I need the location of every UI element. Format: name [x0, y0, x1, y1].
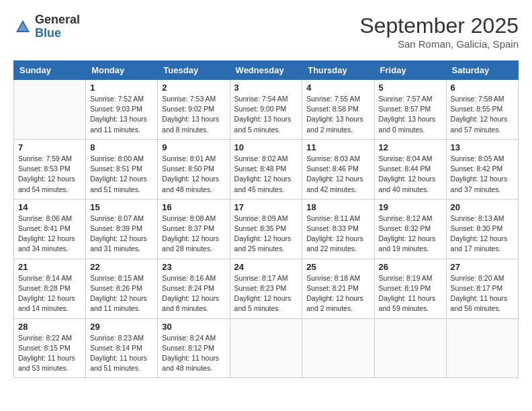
day-info: Sunrise: 8:18 AM Sunset: 8:21 PM Dayligh… [306, 273, 369, 314]
day-cell: 20Sunrise: 8:13 AM Sunset: 8:30 PM Dayli… [446, 199, 518, 259]
day-cell: 25Sunrise: 8:18 AM Sunset: 8:21 PM Dayli… [302, 259, 374, 318]
day-info: Sunrise: 8:00 AM Sunset: 8:51 PM Dayligh… [90, 154, 153, 195]
day-number: 4 [306, 83, 369, 93]
day-number: 3 [234, 83, 298, 93]
day-info: Sunrise: 7:52 AM Sunset: 9:03 PM Dayligh… [90, 94, 153, 135]
week-row-4: 21Sunrise: 8:14 AM Sunset: 8:28 PM Dayli… [14, 259, 519, 318]
day-cell: 13Sunrise: 8:05 AM Sunset: 8:42 PM Dayli… [446, 139, 518, 199]
day-cell [374, 318, 446, 378]
day-cell [230, 318, 302, 378]
day-number: 17 [234, 202, 298, 212]
day-number: 7 [18, 142, 81, 152]
day-cell: 28Sunrise: 8:22 AM Sunset: 8:15 PM Dayli… [14, 318, 86, 378]
day-number: 11 [306, 142, 369, 152]
day-cell: 10Sunrise: 8:02 AM Sunset: 8:48 PM Dayli… [230, 139, 302, 199]
day-cell: 30Sunrise: 8:24 AM Sunset: 8:12 PM Dayli… [158, 318, 230, 378]
day-info: Sunrise: 8:14 AM Sunset: 8:28 PM Dayligh… [18, 273, 81, 314]
logo-general-text: General [35, 13, 80, 27]
day-cell: 9Sunrise: 8:01 AM Sunset: 8:50 PM Daylig… [158, 139, 230, 199]
day-cell: 8Sunrise: 8:00 AM Sunset: 8:51 PM Daylig… [86, 139, 158, 199]
day-info: Sunrise: 8:02 AM Sunset: 8:48 PM Dayligh… [234, 154, 298, 195]
column-header-thursday: Thursday [302, 61, 374, 80]
day-cell: 18Sunrise: 8:11 AM Sunset: 8:33 PM Dayli… [302, 199, 374, 259]
logo: General Blue [13, 13, 80, 40]
day-cell: 23Sunrise: 8:16 AM Sunset: 8:24 PM Dayli… [158, 259, 230, 318]
day-number: 5 [379, 83, 442, 93]
day-info: Sunrise: 7:53 AM Sunset: 9:02 PM Dayligh… [162, 94, 225, 135]
day-cell: 3Sunrise: 7:54 AM Sunset: 9:00 PM Daylig… [230, 80, 302, 140]
day-info: Sunrise: 8:13 AM Sunset: 8:30 PM Dayligh… [451, 214, 514, 255]
column-header-wednesday: Wednesday [230, 61, 302, 80]
day-info: Sunrise: 8:24 AM Sunset: 8:12 PM Dayligh… [162, 333, 225, 374]
day-cell [446, 318, 518, 378]
day-cell: 11Sunrise: 8:03 AM Sunset: 8:46 PM Dayli… [302, 139, 374, 199]
day-cell: 15Sunrise: 8:07 AM Sunset: 8:39 PM Dayli… [86, 199, 158, 259]
day-info: Sunrise: 8:20 AM Sunset: 8:17 PM Dayligh… [451, 273, 514, 314]
calendar-table: SundayMondayTuesdayWednesdayThursdayFrid… [13, 60, 519, 378]
day-number: 21 [18, 262, 81, 272]
day-info: Sunrise: 8:04 AM Sunset: 8:44 PM Dayligh… [379, 154, 442, 195]
day-number: 16 [162, 202, 225, 212]
column-header-monday: Monday [86, 61, 158, 80]
column-header-sunday: Sunday [14, 61, 86, 80]
day-cell: 17Sunrise: 8:09 AM Sunset: 8:35 PM Dayli… [230, 199, 302, 259]
logo-blue-text: Blue [35, 27, 80, 40]
day-number: 19 [379, 202, 442, 212]
day-cell: 12Sunrise: 8:04 AM Sunset: 8:44 PM Dayli… [374, 139, 446, 199]
day-number: 12 [379, 142, 442, 152]
day-number: 22 [90, 262, 153, 272]
day-info: Sunrise: 8:11 AM Sunset: 8:33 PM Dayligh… [306, 214, 369, 255]
month-title: September 2025 [359, 13, 519, 38]
day-cell [14, 80, 86, 140]
week-row-2: 7Sunrise: 7:59 AM Sunset: 8:53 PM Daylig… [14, 139, 519, 199]
day-info: Sunrise: 8:16 AM Sunset: 8:24 PM Dayligh… [162, 273, 225, 314]
day-info: Sunrise: 8:09 AM Sunset: 8:35 PM Dayligh… [234, 214, 298, 255]
day-info: Sunrise: 8:15 AM Sunset: 8:26 PM Dayligh… [90, 273, 153, 314]
day-cell: 2Sunrise: 7:53 AM Sunset: 9:02 PM Daylig… [158, 80, 230, 140]
day-cell: 14Sunrise: 8:06 AM Sunset: 8:41 PM Dayli… [14, 199, 86, 259]
day-number: 2 [162, 83, 225, 93]
day-number: 14 [18, 202, 81, 212]
day-cell: 16Sunrise: 8:08 AM Sunset: 8:37 PM Dayli… [158, 199, 230, 259]
day-info: Sunrise: 8:12 AM Sunset: 8:32 PM Dayligh… [379, 214, 442, 255]
day-cell: 21Sunrise: 8:14 AM Sunset: 8:28 PM Dayli… [14, 259, 86, 318]
day-number: 29 [90, 322, 153, 332]
day-cell: 6Sunrise: 7:58 AM Sunset: 8:55 PM Daylig… [446, 80, 518, 140]
day-info: Sunrise: 7:58 AM Sunset: 8:55 PM Dayligh… [451, 94, 514, 135]
day-cell [302, 318, 374, 378]
day-cell: 22Sunrise: 8:15 AM Sunset: 8:26 PM Dayli… [86, 259, 158, 318]
day-info: Sunrise: 7:55 AM Sunset: 8:58 PM Dayligh… [306, 94, 369, 135]
day-info: Sunrise: 8:05 AM Sunset: 8:42 PM Dayligh… [451, 154, 514, 195]
day-cell: 4Sunrise: 7:55 AM Sunset: 8:58 PM Daylig… [302, 80, 374, 140]
day-number: 26 [379, 262, 442, 272]
day-cell: 7Sunrise: 7:59 AM Sunset: 8:53 PM Daylig… [14, 139, 86, 199]
day-cell: 26Sunrise: 8:19 AM Sunset: 8:19 PM Dayli… [374, 259, 446, 318]
day-info: Sunrise: 8:17 AM Sunset: 8:23 PM Dayligh… [234, 273, 298, 314]
day-number: 25 [306, 262, 369, 272]
day-info: Sunrise: 8:03 AM Sunset: 8:46 PM Dayligh… [306, 154, 369, 195]
page-header: General Blue September 2025 San Roman, G… [13, 13, 519, 50]
day-number: 23 [162, 262, 225, 272]
day-number: 20 [451, 202, 514, 212]
day-cell: 27Sunrise: 8:20 AM Sunset: 8:17 PM Dayli… [446, 259, 518, 318]
day-cell: 5Sunrise: 7:57 AM Sunset: 8:57 PM Daylig… [374, 80, 446, 140]
location-text: San Roman, Galicia, Spain [359, 38, 519, 50]
day-info: Sunrise: 8:08 AM Sunset: 8:37 PM Dayligh… [162, 214, 225, 255]
day-number: 6 [451, 83, 514, 93]
title-block: September 2025 San Roman, Galicia, Spain [359, 13, 519, 50]
day-number: 28 [18, 322, 81, 332]
day-cell: 29Sunrise: 8:23 AM Sunset: 8:14 PM Dayli… [86, 318, 158, 378]
day-info: Sunrise: 8:06 AM Sunset: 8:41 PM Dayligh… [18, 214, 81, 255]
week-row-1: 1Sunrise: 7:52 AM Sunset: 9:03 PM Daylig… [14, 80, 519, 140]
column-header-friday: Friday [374, 61, 446, 80]
day-info: Sunrise: 8:22 AM Sunset: 8:15 PM Dayligh… [18, 333, 81, 374]
day-number: 24 [234, 262, 298, 272]
day-number: 8 [90, 142, 153, 152]
day-number: 18 [306, 202, 369, 212]
day-number: 30 [162, 322, 225, 332]
day-info: Sunrise: 8:07 AM Sunset: 8:39 PM Dayligh… [90, 214, 153, 255]
day-info: Sunrise: 7:59 AM Sunset: 8:53 PM Dayligh… [18, 154, 81, 195]
day-info: Sunrise: 8:23 AM Sunset: 8:14 PM Dayligh… [90, 333, 153, 374]
calendar-header-row: SundayMondayTuesdayWednesdayThursdayFrid… [14, 61, 519, 80]
day-info: Sunrise: 7:54 AM Sunset: 9:00 PM Dayligh… [234, 94, 298, 135]
